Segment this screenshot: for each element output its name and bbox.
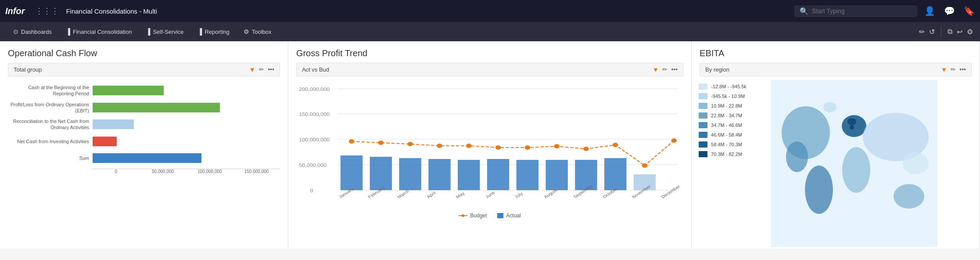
settings-icon[interactable]: ⚙ (967, 28, 973, 36)
user-icon[interactable]: 👤 (924, 6, 935, 16)
legend-label-5: 46.6M - 58.4M (711, 132, 742, 137)
topbar: Infor ⋮⋮⋮ Financial Consolidations - Mul… (0, 0, 980, 22)
svg-text:200,000,000: 200,000,000 (299, 87, 330, 92)
legend-label-1: -945.5k - 10.9M (711, 94, 745, 99)
operational-cash-flow-panel: Operational Cash Flow Total group ▼ ✏ ••… (0, 41, 288, 249)
svg-text:150,000,000: 150,000,000 (299, 112, 330, 117)
bar-container-reconciliation (93, 118, 280, 130)
nav-self-service[interactable]: ▐ Self-Service (140, 25, 190, 38)
navbar: ⊙ Dashboards ▐ Financial Consolidation ▐… (0, 22, 980, 41)
ebita-edit-icon[interactable]: ✏ (951, 66, 956, 73)
svg-point-32 (671, 138, 677, 143)
legend-item-2: 10.9M - 22.8M (699, 103, 764, 109)
gp-filter-icon[interactable]: ▼ (653, 66, 659, 73)
actual-legend-box (497, 213, 503, 218)
svg-text:0: 0 (310, 188, 313, 193)
legend-box-1 (699, 93, 707, 99)
edit-icon[interactable]: ✏ (919, 28, 925, 36)
map-legend: -12.8M - -945.5k -945.5k - 10.9M 10.9M -… (692, 80, 771, 249)
actual-legend-label: Actual (506, 213, 521, 219)
ebita-map-area: -12.8M - -945.5k -945.5k - 10.9M 10.9M -… (692, 80, 980, 249)
svg-rect-10 (341, 155, 363, 190)
bar-ebit (93, 103, 220, 112)
gp-toolbar-icons: ▼ ✏ ••• (653, 66, 678, 73)
nav-toolbox[interactable]: ⚙ Toolbox (237, 25, 278, 38)
svg-point-52 (902, 152, 929, 174)
ocf-toolbar: Total group ▼ ✏ ••• (8, 63, 280, 76)
svg-rect-17 (546, 160, 567, 190)
svg-point-23 (407, 142, 413, 146)
bar-row-cash: Cash at the Beginning of the Reporting P… (8, 84, 280, 97)
bar-label-ebit: Profit/Loss from Ordinary Operations (EB… (8, 101, 89, 114)
legend-item-1: -945.5k - 10.9M (699, 93, 764, 99)
ebita-more-icon[interactable]: ••• (959, 66, 966, 73)
x-tick-2: 100,000,000 (186, 169, 233, 174)
financial-icon: ▐ (66, 28, 70, 35)
bar-row-reconciliation: Reconciliation to the Net Cash from Ordi… (8, 118, 280, 131)
bar-sum (93, 153, 201, 163)
ocf-chart-area: Cash at the Beginning of the Reporting P… (0, 80, 288, 181)
svg-point-24 (437, 144, 442, 148)
bookmark-icon[interactable]: 🔖 (964, 6, 975, 16)
ocf-toolbar-label: Total group (14, 66, 245, 73)
svg-rect-19 (604, 158, 626, 190)
nav-reporting-label: Reporting (205, 29, 229, 35)
ebita-toolbar: By region ▼ ✏ ••• (700, 63, 972, 76)
svg-point-27 (524, 145, 530, 150)
svg-text:50,000,000: 50,000,000 (299, 163, 327, 168)
bar-reconciliation (93, 119, 134, 129)
gp-more-icon[interactable]: ••• (671, 66, 678, 73)
bar-cash (93, 86, 164, 95)
search-bar[interactable]: 🔍 (794, 5, 917, 17)
ocf-filter-icon[interactable]: ▼ (249, 66, 255, 73)
legend-item-5: 46.6M - 58.4M (699, 132, 764, 138)
legend-box-0 (699, 83, 707, 90)
export-icon[interactable]: ⧉ (948, 28, 952, 36)
ebita-filter-icon[interactable]: ▼ (941, 66, 947, 73)
svg-rect-13 (428, 159, 450, 190)
budget-legend-label: Budget (470, 213, 487, 219)
refresh-icon[interactable]: ↺ (929, 28, 935, 36)
message-icon[interactable]: 💬 (944, 6, 955, 16)
svg-rect-12 (399, 158, 421, 190)
x-tick-3: 150,000,000 (233, 169, 280, 174)
x-tick-1: 50,000,000 (140, 169, 187, 174)
bar-investing (93, 137, 117, 146)
topbar-icons: 👤 💬 🔖 (924, 6, 975, 16)
nav-financial-consolidation[interactable]: ▐ Financial Consolidation (60, 25, 138, 38)
ocf-bar-chart: Cash at the Beginning of the Reporting P… (8, 84, 280, 174)
nav-reporting[interactable]: ▐ Reporting (191, 25, 235, 38)
svg-point-49 (847, 118, 856, 125)
bar-label-reconciliation: Reconciliation to the Net Cash from Ordi… (8, 118, 89, 131)
gp-edit-icon[interactable]: ✏ (662, 66, 668, 73)
legend-label-4: 34.7M - 46.6M (711, 123, 742, 128)
svg-text:April: April (426, 191, 437, 199)
nav-dashboards[interactable]: ⊙ Dashboards (7, 25, 58, 38)
svg-rect-11 (370, 157, 391, 190)
svg-rect-14 (458, 160, 480, 190)
gross-profit-panel: Gross Profit Trend Act vs Bud ▼ ✏ ••• 20… (288, 41, 692, 249)
legend-box-2 (699, 103, 707, 109)
ocf-toolbar-icons: ▼ ✏ ••• (249, 66, 274, 73)
nav-self-service-label: Self-Service (153, 29, 183, 35)
bar-row-investing: Net Cash from Investing Activities (8, 135, 280, 148)
world-map-svg (771, 80, 937, 247)
nav-toolbox-label: Toolbox (252, 29, 272, 35)
ocf-edit-icon[interactable]: ✏ (259, 66, 264, 73)
gp-chart-svg: 200,000,000 150,000,000 100,000,000 50,0… (296, 84, 683, 207)
ocf-header: Operational Cash Flow Total group ▼ ✏ ••… (0, 41, 288, 80)
grid-icon[interactable]: ⋮⋮⋮ (35, 6, 59, 16)
search-input[interactable] (812, 7, 900, 14)
svg-point-22 (378, 141, 384, 145)
legend-box-4 (699, 122, 707, 128)
bar-label-investing: Net Cash from Investing Activities (8, 138, 89, 144)
svg-rect-16 (516, 160, 538, 190)
actual-legend-item: Actual (497, 213, 521, 219)
undo-icon[interactable]: ↩ (957, 28, 962, 36)
divider (941, 26, 941, 37)
ocf-more-icon[interactable]: ••• (268, 66, 274, 73)
reporting-icon: ▐ (197, 28, 202, 35)
ebita-title: EBITA (700, 48, 972, 58)
ebita-header: EBITA By region ▼ ✏ ••• (692, 41, 980, 80)
bar-container-investing (93, 135, 280, 148)
